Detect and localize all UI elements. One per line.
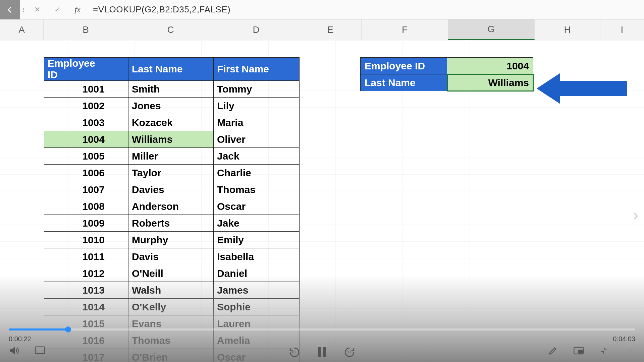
cell-first[interactable]: Isabella <box>214 248 300 265</box>
cell-first[interactable]: Lily <box>214 98 300 114</box>
cell-id[interactable]: 1010 <box>44 232 128 248</box>
callout-arrow-icon <box>537 73 627 104</box>
cell-id[interactable]: 1009 <box>44 215 128 232</box>
lookup-name-value[interactable]: Williams <box>447 74 533 91</box>
cell-last[interactable]: Davies <box>128 181 214 198</box>
cell-first[interactable]: Maria <box>214 114 300 131</box>
progress-fill <box>9 328 68 330</box>
formula-input[interactable]: =VLOOKUP(G2,B2:D35,2,FALSE) <box>88 0 644 19</box>
minimize-icon[interactable] <box>598 345 610 356</box>
cell-first[interactable]: James <box>214 282 300 299</box>
captions-icon[interactable] <box>34 345 46 356</box>
cell-id[interactable]: 1011 <box>44 248 128 265</box>
cell-id[interactable]: 1006 <box>44 165 128 181</box>
cell-id[interactable]: 1001 <box>44 81 128 98</box>
cell-last[interactable]: O'Kelly <box>128 299 214 315</box>
pip-icon[interactable] <box>573 345 584 356</box>
column-header-I[interactable]: I <box>600 19 644 40</box>
table-row[interactable]: 1003KozacekMaria <box>44 114 300 131</box>
cell-last[interactable]: Kozacek <box>128 114 214 131</box>
formula-bar: ⋮ ✕ ✓ fx =VLOOKUP(G2,B2:D35,2,FALSE) <box>0 0 644 19</box>
lookup-id-label[interactable]: Employee ID <box>361 58 447 74</box>
cell-id[interactable]: 1012 <box>44 265 128 282</box>
cell-first[interactable]: Jake <box>214 215 300 232</box>
lookup-id-value[interactable]: 1004 <box>447 58 533 74</box>
video-player-bar: 0:00:22 0:04:03 <box>0 325 644 362</box>
cell-first[interactable]: Jack <box>214 148 300 165</box>
svg-marker-0 <box>537 73 627 104</box>
table-row[interactable]: 1009RobertsJake <box>44 215 300 232</box>
column-header-C[interactable]: C <box>128 19 213 40</box>
cell-last[interactable]: O'Neill <box>128 265 214 282</box>
table-header-last[interactable]: Last Name <box>128 58 214 81</box>
cell-first[interactable]: Oliver <box>214 131 300 148</box>
table-row[interactable]: 1006TaylorCharlie <box>44 165 300 181</box>
skip-back-button[interactable]: 10 <box>289 347 300 358</box>
column-header-F[interactable]: F <box>362 19 448 40</box>
cell-first[interactable]: Tommy <box>214 81 300 98</box>
cell-id[interactable]: 1002 <box>44 98 128 114</box>
table-row[interactable]: 1002JonesLily <box>44 98 300 114</box>
employee-table: Employee ID Last Name First Name 1001Smi… <box>44 57 300 362</box>
cell-last[interactable]: Davis <box>128 248 214 265</box>
cell-first[interactable]: Charlie <box>214 165 300 181</box>
cell-last[interactable]: Walsh <box>128 282 214 299</box>
cell-id[interactable]: 1003 <box>44 114 128 131</box>
cell-first[interactable]: Daniel <box>214 265 300 282</box>
cell-id[interactable]: 1005 <box>44 148 128 165</box>
column-header-A[interactable]: A <box>0 19 44 40</box>
cell-last[interactable]: Jones <box>128 98 214 114</box>
column-header-E[interactable]: E <box>299 19 362 40</box>
volume-icon[interactable] <box>9 345 20 356</box>
cell-last[interactable]: Smith <box>128 81 214 98</box>
elapsed-time: 0:00:22 <box>9 335 31 343</box>
table-row[interactable]: 1007DaviesThomas <box>44 181 300 198</box>
svg-rect-4 <box>319 347 321 357</box>
cell-first[interactable]: Emily <box>214 232 300 248</box>
table-row[interactable]: 1011DavisIsabella <box>44 248 300 265</box>
cell-first[interactable]: Sophie <box>214 299 300 315</box>
column-header-H[interactable]: H <box>535 19 600 40</box>
cell-last[interactable]: Roberts <box>128 215 214 232</box>
column-header-G[interactable]: G <box>448 19 535 40</box>
edit-icon[interactable] <box>547 345 559 356</box>
table-row[interactable]: 1012O'NeillDaniel <box>44 265 300 282</box>
cell-last[interactable]: Taylor <box>128 165 214 181</box>
pause-button[interactable] <box>316 347 328 358</box>
lookup-name-label[interactable]: Last Name <box>361 74 447 91</box>
cell-last[interactable]: Anderson <box>128 198 214 215</box>
duration-time: 0:04:03 <box>613 335 635 343</box>
more-menu-icon[interactable]: ⋮ <box>20 7 27 12</box>
table-row[interactable]: 1001SmithTommy <box>44 81 300 98</box>
cancel-formula-button[interactable]: ✕ <box>27 0 47 19</box>
cell-last[interactable]: Miller <box>128 148 214 165</box>
table-row[interactable]: 1014O'KellySophie <box>44 299 300 315</box>
column-header-D[interactable]: D <box>213 19 299 40</box>
cell-id[interactable]: 1014 <box>44 299 128 315</box>
table-row[interactable]: 1010MurphyEmily <box>44 232 300 248</box>
table-header-id[interactable]: Employee ID <box>44 58 128 81</box>
next-chevron-icon[interactable]: › <box>627 194 644 235</box>
fx-icon[interactable]: fx <box>67 0 88 19</box>
svg-rect-5 <box>324 347 326 357</box>
table-header-first[interactable]: First Name <box>214 58 300 81</box>
table-row[interactable]: 1005MillerJack <box>44 148 300 165</box>
skip-forward-button[interactable]: 30 <box>344 347 355 358</box>
cell-id[interactable]: 1008 <box>44 198 128 215</box>
cell-id[interactable]: 1004 <box>44 131 128 148</box>
more-options-icon[interactable]: ⋯ <box>624 345 635 356</box>
progress-track[interactable] <box>9 328 635 330</box>
accept-formula-button[interactable]: ✓ <box>47 0 67 19</box>
cell-last[interactable]: Murphy <box>128 232 214 248</box>
column-header-B[interactable]: B <box>44 19 128 40</box>
cell-id[interactable]: 1013 <box>44 282 128 299</box>
table-row[interactable]: 1008AndersonOscar <box>44 198 300 215</box>
spreadsheet-grid[interactable]: Employee ID Last Name First Name 1001Smi… <box>0 40 644 362</box>
cell-last[interactable]: Williams <box>128 131 214 148</box>
cell-id[interactable]: 1007 <box>44 181 128 198</box>
table-row[interactable]: 1013WalshJames <box>44 282 300 299</box>
back-button[interactable] <box>0 0 20 19</box>
cell-first[interactable]: Thomas <box>214 181 300 198</box>
table-row[interactable]: 1004WilliamsOliver <box>44 131 300 148</box>
cell-first[interactable]: Oscar <box>214 198 300 215</box>
